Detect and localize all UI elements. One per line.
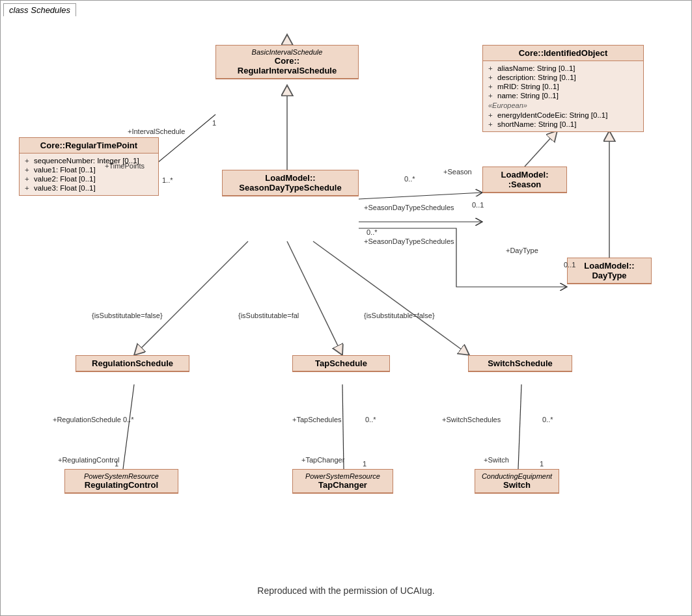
svg-line-3 xyxy=(359,193,482,199)
section-european: «European» xyxy=(488,100,638,111)
svg-line-8 xyxy=(287,241,342,355)
svg-line-2 xyxy=(157,114,215,163)
class-tap-changer: PowerSystemResource TapChanger xyxy=(292,469,393,494)
label-is-sub-false-3: {isSubstitutable=false} xyxy=(364,312,435,319)
label-0-star-season: 0..* xyxy=(404,175,415,183)
class-switch-schedule: SwitchSchedule xyxy=(468,355,572,372)
diagram-title: class Schedules xyxy=(3,3,76,16)
label-0-star-switch: 0..* xyxy=(542,416,553,423)
diagram-container: class Schedules xyxy=(0,0,692,616)
label-regulation-schedule: +RegulationSchedule 0..* xyxy=(53,416,133,423)
attr-value3: +value3: Float [0..1] xyxy=(25,183,153,193)
classname-regulation-schedule: RegulationSchedule xyxy=(92,358,173,368)
label-plus-day-type: +DayType xyxy=(506,247,538,254)
label-1-reg: 1 xyxy=(115,460,118,468)
classname-regular-time-point: Core::RegularTimePoint xyxy=(40,141,137,150)
class-season: LoadModel::Season xyxy=(482,167,567,193)
label-season-day-schedules-2: +SeasonDayTypeSchedules xyxy=(364,237,454,245)
label-tap-changer: +TapChanger xyxy=(301,456,344,464)
stereotype-psr-reg: PowerSystemResource xyxy=(70,472,173,480)
attr-alias-name: +aliasName: String [0..1] xyxy=(488,64,638,73)
label-0-star-tap: 0..* xyxy=(365,416,376,423)
stereotype-basic-interval: BasicIntervalSchedule xyxy=(221,48,353,56)
attr-name: +name: String [0..1] xyxy=(488,91,638,100)
class-season-day-type-schedule: LoadModel::SeasonDayTypeSchedule xyxy=(222,170,359,196)
classname-season-day: LoadModel::SeasonDayTypeSchedule xyxy=(239,173,341,193)
label-interval-schedule: +IntervalSchedule xyxy=(128,127,185,135)
class-identified-object: Core::IdentifiedObject +aliasName: Strin… xyxy=(482,45,644,132)
class-switch: ConductingEquipment Switch xyxy=(475,469,559,494)
svg-line-9 xyxy=(313,241,469,355)
footer-text: Reproduced with the permission of UCAIug… xyxy=(257,585,434,596)
stereotype-conducting: ConductingEquipment xyxy=(480,472,553,480)
label-1-interval: 1 xyxy=(212,119,216,127)
class-day-type: LoadModel::DayType xyxy=(567,258,652,284)
label-0-star-season2: 0..* xyxy=(367,228,378,236)
attr-value2: +value2: Float [0..1] xyxy=(25,174,153,183)
svg-line-7 xyxy=(134,241,248,355)
attr-short-name: +shortName: String [0..1] xyxy=(488,120,638,129)
classname-tap-changer: TapChanger xyxy=(318,480,367,490)
label-season-day-schedules-1: +SeasonDayTypeSchedules xyxy=(364,204,454,211)
classname-season: LoadModel::Season xyxy=(501,170,549,189)
classname-regulating-control: RegulatingControl xyxy=(85,480,158,490)
label-tap-schedules: +TapSchedules xyxy=(292,416,342,423)
class-regulating-control: PowerSystemResource RegulatingControl xyxy=(64,469,178,494)
classname-tap-schedule: TapSchedule xyxy=(315,358,367,368)
svg-line-12 xyxy=(518,384,521,469)
attr-energy-ident: +energyIdentCodeEic: String [0..1] xyxy=(488,111,638,120)
svg-line-10 xyxy=(123,384,134,469)
label-0-1-daytype: 0..1 xyxy=(564,261,575,269)
label-regulating-control: +RegulatingControl xyxy=(58,456,119,464)
class-regulation-schedule: RegulationSchedule xyxy=(76,355,189,372)
label-1-tap: 1 xyxy=(363,460,367,468)
class-regular-interval-schedule: BasicIntervalSchedule Core::RegularInter… xyxy=(215,45,359,79)
attr-description: +description: String [0..1] xyxy=(488,73,638,82)
svg-line-5 xyxy=(525,131,557,167)
classname-switch-schedule: SwitchSchedule xyxy=(488,358,553,368)
classname-day-type: LoadModel::DayType xyxy=(584,261,634,280)
classname-regular-interval: Core::RegularIntervalSchedule xyxy=(238,56,337,75)
classname-switch: Switch xyxy=(503,480,531,490)
label-switch: +Switch xyxy=(484,456,509,464)
label-is-sub-false-1: {isSubstitutable=false} xyxy=(92,312,163,319)
label-0-1-season: 0..1 xyxy=(472,201,484,209)
attr-mrid: +mRID: String [0..1] xyxy=(488,82,638,91)
classname-identified-object: Core::IdentifiedObject xyxy=(519,48,608,58)
label-switch-schedules: +SwitchSchedules xyxy=(442,416,501,423)
stereotype-psr-tap: PowerSystemResource xyxy=(298,472,387,480)
label-1-star: 1..* xyxy=(162,176,173,184)
label-1-switch: 1 xyxy=(540,460,544,468)
label-plus-season: +Season xyxy=(443,168,472,176)
label-is-sub-false-2: {isSubstitutable=fal xyxy=(238,312,299,319)
label-time-points: +TimePoints xyxy=(105,162,145,170)
class-tap-schedule: TapSchedule xyxy=(292,355,390,372)
